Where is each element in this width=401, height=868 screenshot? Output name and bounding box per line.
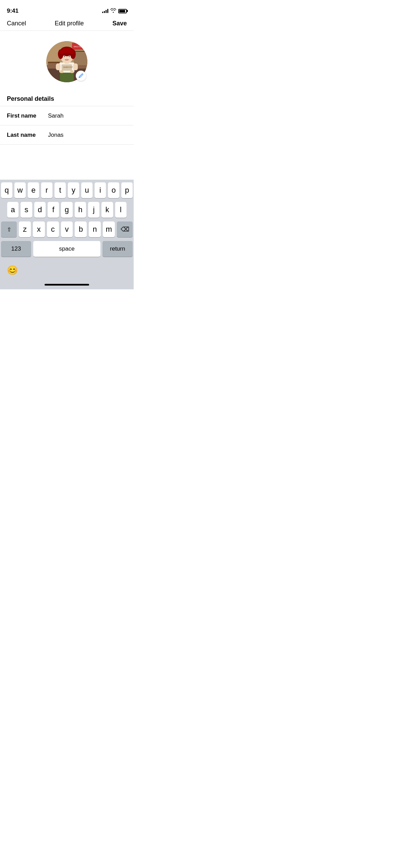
first-name-label: First name [7,112,48,119]
avatar-section: NHCCTOP BAREFOOT [0,31,134,89]
last-name-input[interactable] [48,132,127,138]
wifi-icon [110,8,116,14]
last-name-label: Last name [7,132,48,138]
keyboard-row-4: 123 space return [1,241,133,257]
first-name-row: First name [0,106,134,125]
avatar-wrapper[interactable]: NHCCTOP BAREFOOT [46,41,87,82]
svg-rect-16 [60,70,63,73]
key-u[interactable]: u [81,182,93,198]
delete-key[interactable]: ⌫ [117,221,133,237]
key-f[interactable]: f [48,202,59,218]
key-o[interactable]: o [108,182,119,198]
key-s[interactable]: s [21,202,32,218]
home-indicator [0,280,134,289]
svg-rect-8 [48,62,60,63]
keyboard-row-1: q w e r t y u i o p [1,182,133,198]
key-x[interactable]: x [33,221,45,237]
battery-icon [118,9,127,13]
svg-point-30 [69,56,70,57]
key-q[interactable]: q [1,182,12,198]
svg-rect-5 [74,51,87,65]
key-j[interactable]: j [88,202,99,218]
key-k[interactable]: k [101,202,113,218]
key-m[interactable]: m [103,221,115,237]
key-y[interactable]: y [68,182,79,198]
return-key[interactable]: return [102,241,133,257]
svg-text:BAREFOOT: BAREFOOT [63,66,73,68]
edit-avatar-button[interactable] [76,71,86,81]
key-d[interactable]: d [34,202,46,218]
shift-key[interactable]: ⇧ [1,221,17,237]
svg-point-29 [64,56,65,57]
space-key[interactable]: space [33,241,100,257]
page-title: Edit profile [54,20,84,27]
svg-text:NHCCTOP: NHCCTOP [74,46,82,48]
key-a[interactable]: a [7,202,19,218]
save-button[interactable]: Save [112,20,127,27]
cancel-button[interactable]: Cancel [7,20,26,27]
key-r[interactable]: r [41,182,52,198]
key-g[interactable]: g [61,202,72,218]
first-name-input[interactable] [48,112,127,119]
last-name-row: Last name [0,125,134,145]
key-b[interactable]: b [75,221,87,237]
signal-icon [102,9,108,13]
keyboard-row-2: a s d f g h j k l [1,202,133,218]
svg-point-25 [60,50,64,54]
key-l[interactable]: l [115,202,126,218]
key-i[interactable]: i [95,182,106,198]
keyboard-bottom-bar: 😊 [0,261,134,280]
status-time: 9:41 [7,8,19,14]
key-e[interactable]: e [28,182,39,198]
emoji-button[interactable]: 😊 [5,263,19,277]
key-p[interactable]: p [121,182,133,198]
key-z[interactable]: z [19,221,31,237]
keyboard-rows: q w e r t y u i o p a s d f g h j k l ⇧ … [0,180,134,261]
key-v[interactable]: v [61,221,73,237]
numbers-key[interactable]: 123 [1,241,31,257]
keyboard-row-3: ⇧ z x c v b n m ⌫ [1,221,133,237]
svg-rect-14 [56,63,60,70]
keyboard: q w e r t y u i o p a s d f g h j k l ⇧ … [0,180,134,289]
svg-rect-17 [70,70,74,73]
section-title: Personal details [0,89,134,106]
svg-rect-15 [73,63,78,70]
key-w[interactable]: w [14,182,26,198]
nav-bar: Cancel Edit profile Save [0,17,134,31]
svg-rect-6 [74,51,87,52]
status-icons [102,8,127,14]
key-n[interactable]: n [89,221,101,237]
key-c[interactable]: c [47,221,59,237]
svg-point-26 [70,50,74,54]
key-t[interactable]: t [54,182,66,198]
status-bar: 9:41 [0,0,134,17]
key-h[interactable]: h [75,202,86,218]
home-bar [45,284,89,286]
